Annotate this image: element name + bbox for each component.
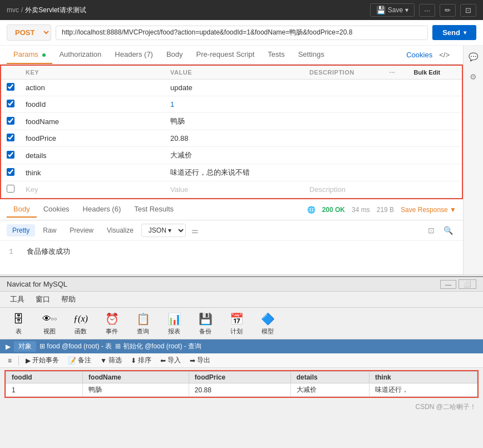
params-highlight: KEY VALUE DESCRIPTION ··· Bulk Edit acti…: [0, 65, 463, 199]
col-bulk-edit[interactable]: Bulk Edit: [408, 66, 462, 80]
toolbar-table[interactable]: 🗄 表: [4, 310, 32, 337]
row5-value: 大减价: [170, 151, 192, 159]
table-obj-item[interactable]: ⊞ food @food (root) - 表: [40, 342, 112, 351]
url-bar: POST Send ▾: [0, 20, 483, 46]
toolbar-report[interactable]: 📊 报表: [160, 310, 188, 337]
subtool-filter[interactable]: ▼ 筛选: [97, 355, 125, 366]
tab-settings[interactable]: Settings: [292, 46, 331, 64]
tab-prerequest[interactable]: Pre-request Script: [190, 46, 262, 64]
navicat-window: Navicat for MySQL — ⬜ 工具 窗口 帮助 🗄 表 👁○○ 视…: [0, 276, 483, 414]
fmt-tab-raw[interactable]: Raw: [37, 224, 62, 237]
cookies-link[interactable]: Cookies: [406, 46, 432, 63]
toolbar-backup[interactable]: 💾 备份: [191, 310, 219, 337]
edit-button[interactable]: ✏: [440, 4, 456, 17]
postman-sidebar: 💬 ⚙: [463, 46, 483, 274]
sidebar-icon-settings[interactable]: ⚙: [467, 70, 480, 83]
sort-icon: ⬇: [131, 357, 136, 365]
subtool-import[interactable]: ⬅ 导入: [157, 355, 184, 366]
more-options-button[interactable]: ···: [419, 4, 435, 17]
row2-checkbox[interactable]: [7, 100, 14, 107]
resp-tab-cookies[interactable]: Cookies: [37, 201, 76, 218]
fmt-tab-pretty[interactable]: Pretty: [7, 224, 35, 237]
resp-tab-testresults[interactable]: Test Results: [127, 201, 180, 218]
copy-button[interactable]: ⊡: [460, 4, 476, 17]
cell-foodid: 1: [6, 383, 83, 397]
row4-checkbox[interactable]: [7, 134, 14, 141]
navicat-toolbar: 🗄 表 👁○○ 视图 ƒ(x) 函数 ⏰ 事件 📋 查询 📊 报表 💾 备份 📅: [0, 308, 483, 339]
tab-params[interactable]: Params: [7, 46, 52, 64]
subtool-begin-transaction[interactable]: ▶ 开始事务: [22, 355, 62, 366]
table-row: details 大减价: [1, 147, 462, 164]
params-table: KEY VALUE DESCRIPTION ··· Bulk Edit acti…: [1, 66, 462, 198]
cell-foodname: 鸭肠: [83, 383, 189, 397]
row-empty-checkbox[interactable]: [7, 185, 14, 193]
code-button[interactable]: </>: [432, 46, 456, 63]
navicat-minimize-button[interactable]: —: [440, 280, 456, 289]
col-think: think: [369, 372, 477, 383]
menu-tools[interactable]: 工具: [4, 293, 30, 306]
tab-authorization[interactable]: Authorization: [52, 46, 108, 64]
send-button[interactable]: Send ▾: [432, 25, 476, 40]
toolbar-schedule[interactable]: 📅 计划: [223, 310, 250, 337]
query-icon: 📋: [134, 311, 152, 327]
object-tag[interactable]: 对象: [14, 341, 36, 352]
resp-tab-body[interactable]: Body: [7, 201, 37, 218]
toolbar-event[interactable]: ⏰ 事件: [98, 310, 126, 337]
title-bar-actions: Save ▾ ··· ✏ ⊡: [370, 3, 476, 17]
fmt-tab-preview[interactable]: Preview: [64, 224, 99, 237]
navicat-table-wrap: foodId foodName foodPrice details think …: [4, 370, 479, 398]
col-description: DESCRIPTION: [304, 66, 384, 80]
method-select[interactable]: POST: [7, 24, 51, 41]
fmt-tab-visualize[interactable]: Visualize: [101, 224, 139, 237]
sidebar-icon-comment[interactable]: 💬: [467, 50, 480, 63]
save-response-button[interactable]: Save Response ▼: [401, 206, 456, 214]
url-input[interactable]: [56, 26, 428, 40]
search-response-button[interactable]: 🔍: [440, 225, 456, 236]
tab-tests[interactable]: Tests: [261, 46, 291, 64]
params-dot: [42, 53, 46, 57]
row3-checkbox[interactable]: [7, 117, 14, 125]
resp-tab-headers[interactable]: Headers (6): [76, 201, 128, 218]
json-format-select[interactable]: JSON ▾: [141, 224, 186, 237]
menu-window[interactable]: 窗口: [30, 293, 56, 306]
request-tabs: Params Authorization Headers (7) Body Pr…: [0, 46, 463, 65]
event-icon: ⏰: [103, 311, 121, 327]
toolbar-function[interactable]: ƒ(x) 函数: [67, 310, 95, 337]
subtool-note[interactable]: 📝 备注: [65, 355, 95, 366]
response-format-bar: Pretty Raw Preview Visualize JSON ▾ ⚌ ⊡ …: [0, 220, 463, 241]
filter-icon-button[interactable]: ⚌: [188, 225, 202, 236]
table-row-empty: Key Value Description: [1, 181, 462, 198]
navicat-object-bar: ▶ 对象 ⊞ food @food (root) - 表 ⊞ 初始化 @food…: [0, 339, 483, 353]
row6-key: think: [26, 169, 41, 177]
breadcrumb-sep: /: [21, 6, 23, 14]
row6-value: 味道还行，总的来说不错: [170, 168, 250, 176]
subtool-export[interactable]: ➡ 导出: [186, 355, 214, 366]
copy-response-button[interactable]: ⊡: [425, 225, 438, 236]
export-icon: ➡: [190, 357, 195, 365]
save-dropdown-arrow: ▾: [405, 6, 408, 14]
filter-icon: ▼: [100, 357, 107, 365]
menu-help[interactable]: 帮助: [56, 293, 81, 306]
save-button[interactable]: Save ▾: [370, 3, 415, 17]
query-obj-item[interactable]: ⊞ 初始化 @food (root) - 查询: [115, 342, 201, 351]
tab-headers[interactable]: Headers (7): [108, 46, 160, 64]
row1-checkbox[interactable]: [7, 83, 14, 91]
postman-main: Params Authorization Headers (7) Body Pr…: [0, 46, 463, 274]
toolbar-model[interactable]: 🔷 模型: [254, 310, 282, 337]
row1-value: update: [170, 83, 193, 92]
subtool-menu[interactable]: ≡: [4, 356, 15, 366]
row4-key: foodPrice: [26, 134, 56, 142]
response-text: 食品修改成功: [27, 248, 70, 256]
csdn-watermark: CSDN @二哈喇子！: [0, 400, 483, 414]
row1-key: action: [26, 83, 45, 92]
toolbar-view[interactable]: 👁○○ 视图: [36, 310, 63, 337]
subtool-sort[interactable]: ⬇ 排序: [127, 355, 155, 366]
toolbar-query[interactable]: 📋 查询: [129, 310, 157, 337]
col-foodprice: foodPrice: [189, 372, 290, 383]
navicat-restore-button[interactable]: ⬜: [459, 279, 476, 289]
row6-checkbox[interactable]: [7, 168, 14, 176]
row5-checkbox[interactable]: [7, 151, 14, 159]
tab-body[interactable]: Body: [160, 46, 190, 64]
send-dropdown-arrow: ▾: [464, 29, 466, 36]
col-key: KEY: [20, 66, 165, 80]
